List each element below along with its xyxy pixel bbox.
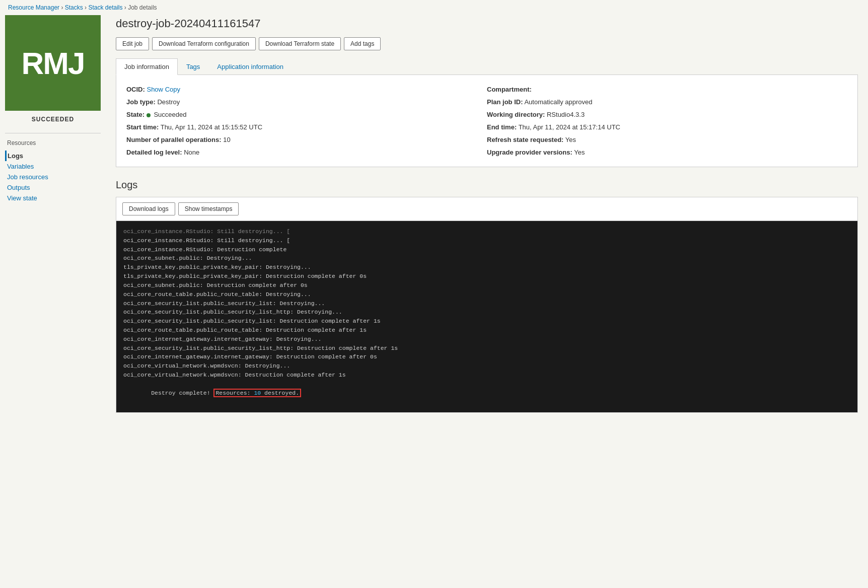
log-highlight-number: 10 — [254, 390, 261, 396]
status-dot — [147, 113, 151, 117]
ocid-copy-link[interactable]: Copy — [165, 86, 180, 93]
edit-job-button[interactable]: Edit job — [116, 37, 149, 50]
ocid-show-link[interactable]: Show — [147, 86, 163, 93]
info-left-column: OCID: Show Copy Job type: Destroy State: — [126, 83, 487, 159]
log-line-16: oci_core_virtual_network.wpmdsvcn: Destr… — [123, 371, 850, 380]
tab-job-information[interactable]: Job information — [116, 58, 178, 75]
info-log-level: Detailed log level: None — [126, 146, 487, 159]
download-logs-button[interactable]: Download logs — [122, 202, 175, 215]
sidebar-link-view-state[interactable]: View state — [7, 194, 37, 202]
info-parallel-ops: Number of parallel operations: 10 — [126, 133, 487, 146]
log-line-7: oci_core_route_table.public_route_table:… — [123, 290, 850, 299]
info-refresh-state: Refresh state requested: Yes — [487, 133, 847, 146]
info-ocid: OCID: Show Copy — [126, 83, 487, 96]
main-content: destroy-job-20240411161547 Edit job Down… — [106, 15, 868, 588]
sidebar-link-variables[interactable]: Variables — [7, 163, 34, 170]
download-state-button[interactable]: Download Terraform state — [259, 37, 341, 50]
info-state: State: Succeeded — [126, 108, 487, 121]
logs-section-title: Logs — [116, 179, 858, 191]
log-line-12: oci_core_internet_gateway.internet_gatew… — [123, 335, 850, 344]
log-output: oci_core_instance.RStudio: Still destroy… — [116, 220, 858, 413]
log-highlight-resources: Resources: 10 destroyed. — [213, 389, 301, 397]
info-working-dir: Working directory: RStudio4.3.3 — [487, 108, 847, 121]
sidebar-item-job-resources[interactable]: Job resources — [5, 172, 101, 182]
sidebar-link-outputs[interactable]: Outputs — [7, 184, 30, 191]
log-line-10: oci_core_security_list.public_security_l… — [123, 317, 850, 326]
sidebar-link-job-resources[interactable]: Job resources — [7, 173, 48, 181]
log-line-13: oci_core_security_list.public_security_l… — [123, 344, 850, 353]
sidebar-item-view-state[interactable]: View state — [5, 193, 101, 203]
sidebar: RMJ SUCCEEDED Resources Logs Variables J… — [0, 15, 106, 588]
page-title: destroy-job-20240411161547 — [116, 17, 858, 30]
info-compartment: Compartment: — [487, 83, 847, 96]
sidebar-nav: Logs Variables Job resources Outputs Vie… — [0, 151, 106, 203]
log-line-2: oci_core_instance.RStudio: Destruction c… — [123, 245, 850, 254]
log-line-1: oci_core_instance.RStudio: Still destroy… — [123, 236, 850, 245]
job-logo: RMJ — [5, 15, 101, 111]
info-start-time: Start time: Thu, Apr 11, 2024 at 15:15:5… — [126, 121, 487, 133]
breadcrumb-current: Job details — [128, 4, 157, 11]
job-info-panel: OCID: Show Copy Job type: Destroy State: — [116, 75, 858, 167]
show-timestamps-button[interactable]: Show timestamps — [178, 202, 239, 215]
sidebar-item-outputs[interactable]: Outputs — [5, 182, 101, 193]
log-line-6: oci_core_subnet.public: Destruction comp… — [123, 281, 850, 290]
toolbar: Edit job Download Terraform configuratio… — [116, 37, 858, 50]
info-upgrade-provider: Upgrade provider versions: Yes — [487, 146, 847, 159]
log-line-11: oci_core_route_table.public_route_table:… — [123, 326, 850, 335]
info-plan-job-id: Plan job ID: Automatically approved — [487, 96, 847, 108]
add-tags-button[interactable]: Add tags — [344, 37, 381, 50]
breadcrumb-stack-details[interactable]: Stack details — [88, 4, 122, 11]
log-line-14: oci_core_internet_gateway.internet_gatew… — [123, 352, 850, 361]
info-right-column: Compartment: Plan job ID: Automatically … — [487, 83, 847, 159]
resources-label: Resources — [0, 139, 106, 151]
log-line-final: Destroy complete! Resources: 10 destroye… — [123, 380, 850, 406]
log-line-truncated: oci_core_instance.RStudio: Still destroy… — [123, 227, 850, 236]
log-line-15: oci_core_virtual_network.wpmdsvcn: Destr… — [123, 361, 850, 371]
job-status-label: SUCCEEDED — [0, 116, 106, 123]
download-config-button[interactable]: Download Terraform configuration — [152, 37, 256, 50]
breadcrumb: Resource Manager › Stacks › Stack detail… — [0, 0, 868, 15]
log-final-text: Destroy complete! — [151, 390, 213, 396]
info-job-type: Job type: Destroy — [126, 96, 487, 108]
tab-tags[interactable]: Tags — [178, 58, 208, 75]
log-line-8: oci_core_security_list.public_security_l… — [123, 299, 850, 308]
sidebar-item-variables[interactable]: Variables — [5, 161, 101, 172]
logs-toolbar: Download logs Show timestamps — [116, 197, 858, 220]
sidebar-divider — [5, 133, 101, 133]
log-line-9: oci_core_security_list.public_security_l… — [123, 308, 850, 317]
log-line-5: tls_private_key.public_private_key_pair:… — [123, 272, 850, 281]
tabs: Job information Tags Application informa… — [116, 58, 858, 75]
log-line-4: tls_private_key.public_private_key_pair:… — [123, 263, 850, 272]
log-line-3: oci_core_subnet.public: Destroying... — [123, 254, 850, 263]
sidebar-link-logs[interactable]: Logs — [8, 152, 23, 160]
sidebar-item-logs[interactable]: Logs — [5, 151, 101, 161]
info-grid: OCID: Show Copy Job type: Destroy State: — [126, 83, 847, 159]
logo-initials: RMJ — [22, 45, 85, 81]
breadcrumb-stacks[interactable]: Stacks — [65, 4, 83, 11]
info-end-time: End time: Thu, Apr 11, 2024 at 15:17:14 … — [487, 121, 847, 133]
breadcrumb-resource-manager[interactable]: Resource Manager — [8, 4, 59, 11]
tab-application-information[interactable]: Application information — [208, 58, 292, 75]
